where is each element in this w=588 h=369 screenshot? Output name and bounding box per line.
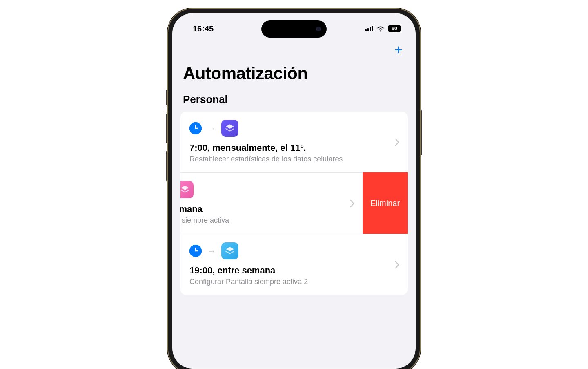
side-buttons-left — [166, 90, 167, 181]
status-icons: 90 — [365, 25, 401, 32]
status-time: 16:45 — [193, 24, 214, 34]
automation-subtitle: Restablecer estadísticas de los datos ce… — [189, 155, 399, 163]
battery-indicator: 90 — [388, 25, 401, 32]
volume-up-button[interactable] — [166, 114, 167, 143]
automation-subtitle: ar Pantalla siempre activa — [180, 216, 354, 225]
automation-icon-row: → — [180, 181, 354, 198]
automation-title: 7:00, mensualmente, el 11º. — [189, 143, 399, 153]
wifi-icon — [376, 25, 385, 32]
automation-item[interactable]: → 19:00, entre semana Configurar Pantall… — [180, 234, 408, 295]
clock-icon — [189, 122, 202, 134]
shortcuts-icon — [180, 181, 194, 198]
automation-title: 19:00, entre semana — [189, 265, 399, 276]
automation-list: → 7:00, mensualmente, el 11º. Restablece… — [180, 112, 408, 295]
side-buttons-right — [421, 110, 422, 155]
automation-subtitle: Configurar Pantalla siempre activa 2 — [189, 277, 399, 286]
arrow-right-icon: → — [207, 246, 216, 256]
arrow-right-icon: → — [207, 124, 216, 133]
automation-item[interactable]: → 7:00, mensualmente, el 11º. Restablece… — [180, 112, 408, 172]
cellular-signal-icon — [365, 26, 373, 31]
clock-icon — [189, 245, 202, 257]
add-button[interactable]: + — [394, 42, 403, 56]
automation-item[interactable]: → entre semana ar Pantalla siempre activ… — [180, 172, 408, 234]
phone-frame: 16:45 90 + Automatización Personal — [167, 8, 421, 369]
chevron-right-icon — [350, 200, 354, 207]
page-title: Automatización — [172, 64, 416, 93]
section-header: Personal — [172, 93, 416, 112]
automation-icon-row: → — [189, 242, 399, 259]
chevron-right-icon — [395, 261, 399, 268]
phone-screen: 16:45 90 + Automatización Personal — [172, 13, 416, 369]
shortcuts-icon — [221, 120, 238, 137]
mute-switch[interactable] — [166, 90, 167, 105]
volume-down-button[interactable] — [166, 151, 167, 181]
automation-title: entre semana — [180, 204, 354, 215]
dynamic-island — [261, 20, 327, 38]
nav-bar: + — [172, 38, 416, 64]
camera-icon — [316, 27, 321, 31]
power-button[interactable] — [421, 110, 422, 155]
chevron-right-icon — [395, 139, 399, 146]
delete-button[interactable]: Eliminar — [363, 172, 408, 234]
automation-icon-row: → — [189, 120, 399, 137]
shortcuts-icon — [221, 242, 238, 259]
